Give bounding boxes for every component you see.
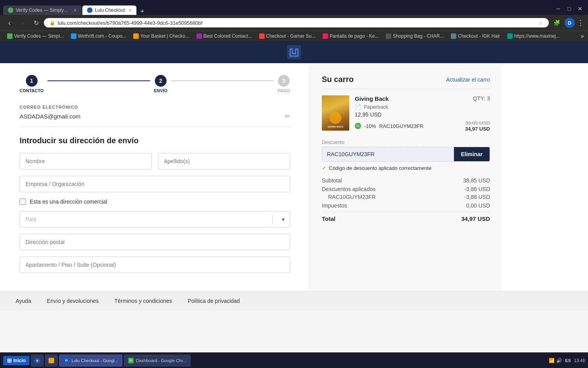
coupon-input[interactable]	[322, 147, 454, 161]
address-form: Introducir su dirección de envío Esta es…	[20, 136, 290, 273]
bookmark-3[interactable]: Your Basket | Checko...	[130, 33, 192, 40]
extensions-button[interactable]: 🧩	[551, 17, 562, 28]
cart-item-format-row: 📄 Paperback	[355, 104, 490, 110]
tax-row: Impuestos 0,00 USD	[322, 202, 490, 209]
total-row: Total 34,97 USD	[322, 212, 490, 222]
bookmark-label-8: Checkout - IGK Hair	[458, 33, 500, 39]
back-button[interactable]: ‹	[4, 17, 15, 28]
menu-button[interactable]: ⋮	[577, 18, 584, 27]
discount-code-row: RAC10GUYM23FR -3,88 USD	[322, 194, 490, 200]
bookmark-7[interactable]: Shopping Bag - CHAR...	[383, 33, 447, 40]
address-bar[interactable]: 🔒 lulu.com/checkout/es/b790a765-4999-44e…	[44, 18, 549, 27]
country-select[interactable]: País	[20, 211, 290, 228]
country-row: País ▾	[20, 211, 290, 228]
cart-item-qty: QTY: 3	[473, 95, 490, 102]
bookmark-label-7: Shopping Bag - CHAR...	[393, 33, 444, 39]
discount-code-row-value: -3,88 USD	[465, 194, 490, 200]
step-1-circle: 1	[26, 75, 38, 87]
commercial-checkbox[interactable]	[20, 199, 26, 205]
commercial-row: Esta es una dirección comercial	[20, 199, 290, 205]
discounts-value: -3,88 USD	[465, 186, 490, 192]
step-2-circle: 2	[155, 75, 167, 87]
lulu-logo	[287, 45, 301, 59]
bookmark-label-3: Your Basket | Checko...	[140, 33, 189, 39]
bookmark-label-4: Best Colored Contact...	[203, 33, 252, 39]
cart-item-format: Paperback	[364, 104, 388, 110]
apartment-input[interactable]	[20, 257, 290, 273]
tab-close-1[interactable]: ✕	[73, 8, 77, 13]
cart-header: Su carro Actualizar el carro	[322, 75, 490, 89]
address-row	[20, 234, 290, 250]
new-tab-button[interactable]: +	[137, 8, 148, 15]
subtotal-label: Subtotal	[322, 177, 342, 184]
window-controls: ─ □ ✕	[554, 4, 585, 13]
reload-button[interactable]: ↻	[31, 17, 42, 28]
tab-lulu-checkout[interactable]: Lulu Checkout ✕	[82, 5, 136, 15]
step-3-label: PAGO	[278, 88, 290, 93]
success-message: Código de descuento aplicado correctamen…	[329, 165, 432, 171]
bookmark-2[interactable]: Wethrift.com - Coupo...	[68, 33, 129, 40]
first-name-input[interactable]	[20, 153, 152, 169]
browser-chrome: Verify Codes — SimplyCodes ✕ Lulu Checko…	[0, 0, 588, 41]
bookmark-8[interactable]: Checkout - IGK Hair	[448, 33, 503, 40]
main-layout: 1 CONTACTO 2 ENVÍO 3 PAGO CORREO ELECTRÓ…	[0, 63, 588, 291]
left-panel: 1 CONTACTO 2 ENVÍO 3 PAGO CORREO ELECTRÓ…	[0, 63, 310, 291]
bookmarks-bar: Verify Codes — Simpl... Wethrift.com - C…	[0, 31, 588, 41]
last-name-input[interactable]	[158, 153, 290, 169]
bookmark-1[interactable]: Verify Codes — Simpl...	[4, 33, 67, 40]
select-divider	[272, 215, 273, 224]
step-3: 3 PAGO	[278, 75, 290, 93]
subtotal-value: 38,85 USD	[463, 177, 490, 184]
coupon-label: Descuento	[322, 140, 490, 145]
cart-item: GIVING BACK Giving Back QTY: 3 📄 Paperba…	[322, 95, 490, 132]
coupon-success: ✓ Código de descuento aplicado correctam…	[322, 165, 490, 171]
close-button[interactable]: ✕	[575, 4, 585, 13]
bookmarks-more-icon[interactable]: »	[581, 33, 584, 40]
step-line-2	[171, 80, 274, 81]
original-price: 38,85 USD	[465, 120, 490, 126]
update-cart-link[interactable]: Actualizar el carro	[446, 77, 490, 83]
email-value: ASDADAS@gmail.com	[20, 113, 80, 120]
name-row	[20, 153, 290, 169]
maximize-button[interactable]: □	[564, 4, 574, 13]
price-summary: Subtotal 38,85 USD Descuentos aplicados …	[322, 177, 490, 222]
footer-link-ayuda[interactable]: Ayuda	[16, 298, 31, 304]
bookmark-9[interactable]: https://www.maxinej...	[504, 33, 563, 40]
total-label: Total	[322, 215, 336, 222]
step-2: 2 ENVÍO	[154, 75, 167, 93]
tab-verify-codes[interactable]: Verify Codes — SimplyCodes ✕	[3, 5, 82, 15]
discount-badge-icon: %	[355, 123, 361, 129]
svg-rect-0	[287, 45, 301, 59]
footer-link-envio[interactable]: Envío y devoluciones	[47, 298, 98, 304]
cart-item-price: 12,95 USD	[355, 111, 490, 118]
footer-link-privacidad[interactable]: Política de privacidad	[188, 298, 240, 304]
bookmark-label-6: Pantalla de pago - Ke...	[330, 33, 379, 39]
edit-email-icon[interactable]: ✏	[285, 113, 290, 120]
bookmark-label-1: Verify Codes — Simpl...	[14, 33, 64, 39]
company-input[interactable]	[20, 176, 290, 192]
address-input[interactable]	[20, 234, 290, 250]
email-section: CORREO ELECTRÓNICO ASDADAS@gmail.com ✏	[20, 105, 290, 127]
step-3-circle: 3	[278, 75, 290, 87]
bookmark-4[interactable]: Best Colored Contact...	[193, 33, 255, 40]
bookmark-star-icon[interactable]: ☆	[538, 20, 543, 26]
coupon-remove-button[interactable]: Eliminar	[454, 147, 490, 161]
address-bar-row: ‹ › ↻ 🔒 lulu.com/checkout/es/b790a765-49…	[0, 15, 588, 31]
forward-button[interactable]: ›	[17, 17, 28, 28]
profile-button[interactable]: D	[564, 18, 575, 28]
bookmark-5[interactable]: Checkout - Gamer Su...	[256, 33, 319, 40]
tab-favicon-1	[8, 7, 13, 13]
tab-close-2[interactable]: ✕	[128, 8, 132, 13]
total-value: 34,97 USD	[461, 215, 490, 222]
tab-bar: Verify Codes — SimplyCodes ✕ Lulu Checko…	[0, 0, 588, 15]
bookmark-6[interactable]: Pantalla de pago - Ke...	[319, 33, 382, 40]
cart-title: Su carro	[322, 75, 354, 84]
email-section-label: CORREO ELECTRÓNICO	[20, 105, 290, 109]
form-title: Introducir su dirección de envío	[20, 136, 290, 145]
footer-link-terminos[interactable]: Términos y condiciones	[114, 298, 172, 304]
bookmark-label-9: https://www.maxinej...	[514, 33, 560, 39]
minimize-button[interactable]: ─	[554, 4, 563, 13]
apartment-row	[20, 257, 290, 273]
cart-item-details: Giving Back QTY: 3 📄 Paperback 12,95 USD…	[355, 95, 490, 132]
tax-value: 0,00 USD	[466, 202, 490, 209]
